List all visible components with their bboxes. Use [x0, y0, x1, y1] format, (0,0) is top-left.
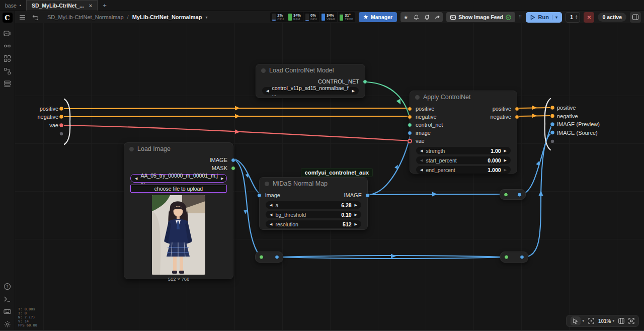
resolution-widget[interactable]: ◀ resolution 512 ▶	[266, 220, 361, 228]
subgraph-output-image-source[interactable]: IMAGE (Source)	[557, 130, 598, 136]
input-negative-dot[interactable]	[408, 115, 412, 119]
start-percent-widget[interactable]: ◀ start_percent 0.000 ▶	[416, 156, 511, 164]
end-percent-widget[interactable]: ◀ end_percent 1.000 ▶	[416, 166, 511, 174]
node-apply-controlnet[interactable]: Apply ControlNet positive positive negat…	[410, 91, 517, 174]
model-library-icon[interactable]	[2, 53, 13, 64]
subgraph-output-positive[interactable]: positive	[557, 105, 576, 111]
output-image-dot[interactable]	[365, 193, 370, 198]
collapse-dot[interactable]	[265, 182, 269, 186]
star-icon[interactable]: ★	[400, 12, 411, 22]
combo-next-icon[interactable]: ▶	[221, 177, 223, 181]
subgraph-output-negative[interactable]: negative	[557, 113, 578, 119]
fit-view-button[interactable]	[588, 318, 594, 324]
reroute-input-dot[interactable]	[259, 255, 264, 260]
decrement-icon[interactable]: ◀	[420, 149, 423, 153]
breadcrumb-root[interactable]: SD_MyLib-CtrlNet_Normalmap	[47, 14, 124, 20]
node-header[interactable]: Load ControlNet Model	[256, 64, 365, 76]
manager-button[interactable]: Manager	[359, 12, 397, 22]
node-midas-normal-map[interactable]: comfyui_controlnet_aux MiDaS Normal Map …	[259, 177, 368, 230]
undo-icon[interactable]	[31, 13, 39, 21]
node-header[interactable]: MiDaS Normal Map	[260, 178, 367, 190]
combo-prev-icon[interactable]: ◀	[135, 177, 137, 181]
reroute-input-dot[interactable]	[504, 255, 509, 260]
breadcrumb-caret-icon[interactable]: ▾	[205, 15, 207, 20]
batch-count-stepper[interactable]: 1 ▲▼	[566, 12, 581, 23]
zoom-level-button[interactable]: 101% ▾	[598, 318, 614, 324]
decrement-icon[interactable]: ◀	[270, 213, 272, 217]
combo-prev-icon[interactable]: ◀	[266, 89, 269, 93]
reroute-output-dot[interactable]	[275, 255, 279, 260]
queue-gallery-icon[interactable]	[2, 28, 13, 39]
increment-icon[interactable]: ▶	[504, 158, 507, 162]
collapse-dot[interactable]	[129, 147, 134, 151]
strength-widget[interactable]: ◀ strength 1.00 ▶	[416, 147, 511, 154]
increment-icon[interactable]: ▶	[504, 149, 507, 153]
image-file-combo[interactable]: ◀ AA_05_try_00000_m_00001_m.j ... ▶	[130, 174, 227, 183]
pointer-tool-button[interactable]: ▾	[571, 316, 584, 325]
output-image-dot[interactable]	[231, 158, 235, 162]
combo-next-icon[interactable]: ▶	[352, 89, 355, 93]
subgraph-input-negative[interactable]: negative	[28, 114, 58, 120]
output-control-net-dot[interactable]	[363, 79, 367, 84]
subgraph-input-positive[interactable]: positive	[31, 106, 58, 112]
terminal-icon[interactable]	[2, 293, 13, 304]
tab-base[interactable]: base •	[0, 0, 26, 11]
show-image-feed-button[interactable]: Show Image Feed	[446, 12, 515, 22]
output-positive-dot[interactable]	[515, 107, 519, 111]
hamburger-menu-icon[interactable]	[18, 13, 26, 21]
drag-handle[interactable]: ⠿	[519, 16, 523, 19]
reroute-output-dot[interactable]	[517, 192, 522, 197]
controlnet-model-combo[interactable]: ◀ control_v11p_sd15_normalbae_f ... ▶	[262, 87, 359, 95]
pointer-caret-icon[interactable]: ▾	[582, 319, 584, 323]
stepper-arrows-icon[interactable]: ▲▼	[575, 15, 578, 20]
collapse-dot[interactable]	[261, 68, 266, 73]
choose-file-button[interactable]: choose file to upload	[130, 185, 227, 193]
a-widget[interactable]: ◀ a 6.28 ▶	[266, 201, 361, 209]
bell-icon[interactable]	[411, 12, 422, 22]
output-negative-dot[interactable]	[515, 115, 519, 119]
node-load-controlnet-model[interactable]: Load ControlNet Model CONTROL_NET ◀ cont…	[256, 64, 365, 98]
bell-alert-icon[interactable]	[422, 12, 432, 22]
share-icon[interactable]	[432, 12, 443, 22]
new-tab-button[interactable]: +	[98, 0, 112, 11]
templates-icon[interactable]	[2, 78, 13, 89]
node-load-image[interactable]: Load Image IMAGE MASK ◀ AA_05_try_00000_…	[124, 142, 233, 279]
shortcuts-icon[interactable]	[2, 306, 13, 317]
reroute-node[interactable]	[500, 189, 526, 200]
collapse-dot[interactable]	[415, 95, 420, 100]
output-mask-dot[interactable]	[231, 166, 235, 171]
decrement-icon[interactable]: ◀	[270, 203, 272, 207]
decrement-icon[interactable]: ◀	[270, 222, 272, 226]
subgraph-input-vae[interactable]: vae	[38, 122, 58, 128]
help-icon[interactable]: ?	[2, 281, 13, 292]
node-header[interactable]: Apply ControlNet	[410, 91, 517, 103]
comfyui-logo[interactable]: C	[3, 13, 13, 23]
increment-icon[interactable]: ▶	[504, 168, 507, 172]
input-positive-dot[interactable]	[408, 107, 412, 111]
increment-icon[interactable]: ▶	[355, 222, 357, 226]
node-library-icon[interactable]	[2, 40, 13, 51]
run-options-caret-icon[interactable]: ▾	[552, 15, 557, 20]
reroute-input-dot[interactable]	[504, 192, 508, 197]
input-control-net-dot[interactable]	[408, 123, 412, 127]
reroute-node[interactable]	[255, 252, 283, 263]
input-image-dot[interactable]	[408, 131, 412, 135]
decrement-icon[interactable]: ◀	[420, 168, 423, 172]
breadcrumb-current[interactable]: MyLib-CtrlNet_Normalmap	[132, 14, 202, 20]
input-vae-dot[interactable]	[408, 139, 412, 143]
workflows-icon[interactable]	[2, 65, 13, 76]
tab-active-workflow[interactable]: SD_MyLib-CtrlNet_... ×	[26, 0, 98, 11]
subgraph-output-image-preview[interactable]: IMAGE (Preview)	[557, 121, 600, 127]
settings-gear-icon[interactable]	[2, 318, 13, 329]
decrement-icon[interactable]: ◀	[420, 158, 423, 162]
increment-icon[interactable]: ▶	[355, 203, 357, 207]
stop-button[interactable]: ✕	[584, 12, 594, 23]
input-image-dot[interactable]	[257, 193, 262, 198]
node-header[interactable]: Load Image	[124, 143, 233, 155]
run-button[interactable]: Run ▾	[526, 12, 561, 23]
panel-toggle-button[interactable]	[630, 12, 641, 23]
image-preview[interactable]	[152, 195, 205, 275]
increment-icon[interactable]: ▶	[355, 213, 357, 217]
tab-close-icon[interactable]: ×	[89, 3, 92, 9]
reroute-node[interactable]	[500, 252, 528, 263]
